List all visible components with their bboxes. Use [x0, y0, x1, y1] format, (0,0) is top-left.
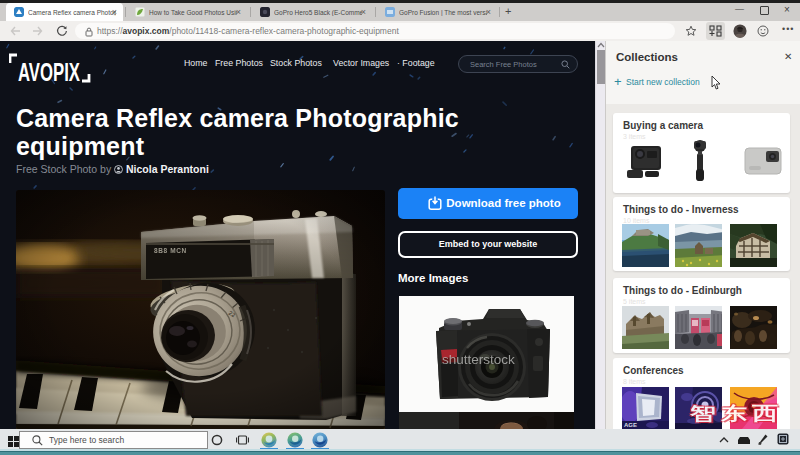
svg-text:AGE: AGE: [624, 422, 637, 428]
svg-text:AVOPIX: AVOPIX: [18, 58, 80, 84]
svg-text:shutterstock: shutterstock: [442, 352, 515, 367]
